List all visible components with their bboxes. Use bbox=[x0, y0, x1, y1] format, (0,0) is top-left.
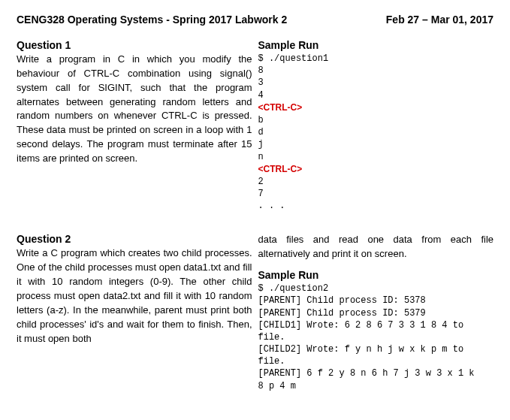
sample-run-2-title: Sample Run bbox=[258, 269, 494, 281]
q1-line: . . . bbox=[258, 201, 285, 211]
question-2-text-right: data files and read one data from each f… bbox=[258, 233, 494, 261]
sample-run-1-title: Sample Run bbox=[258, 39, 494, 51]
question-1-right: Sample Run $ ./question1 8 3 4 <CTRL-C> … bbox=[258, 39, 494, 212]
q1-line: 2 bbox=[258, 177, 264, 187]
question-1-text: Write a program in C in which you modify… bbox=[17, 53, 252, 166]
q1-cmd: $ ./question1 bbox=[258, 53, 329, 64]
q2-line: [CHILD1] Wrote: 6 2 8 6 7 3 3 1 8 4 to bbox=[258, 320, 464, 331]
ctrl-c-marker: <CTRL-C> bbox=[258, 102, 303, 113]
question-1-block: Question 1 Write a program in C in which… bbox=[17, 39, 493, 212]
q1-line: 7 bbox=[258, 189, 264, 199]
q1-line: j bbox=[258, 139, 264, 150]
question-2-text-left: Write a C program which creates two chil… bbox=[17, 246, 252, 346]
q1-line: 8 bbox=[258, 65, 264, 76]
q1-line: b bbox=[258, 115, 264, 125]
sample-run-2-output: $ ./question2 [PARENT] Child process ID:… bbox=[258, 283, 494, 392]
q2-line: file. bbox=[258, 356, 285, 367]
q1-line: 3 bbox=[258, 77, 264, 88]
question-2-title: Question 2 bbox=[17, 233, 252, 245]
q2-line: [CHILD2] Wrote: f y n h j w x k p m to bbox=[258, 344, 464, 355]
q2-cmd: $ ./question2 bbox=[258, 283, 329, 294]
question-2-text-row: Question 2 Write a C program which creat… bbox=[17, 233, 493, 391]
ctrl-c-marker: <CTRL-C> bbox=[258, 164, 303, 174]
sample-run-1-output: $ ./question1 8 3 4 <CTRL-C> b d j n <CT… bbox=[258, 53, 494, 212]
q1-line: d bbox=[258, 127, 264, 137]
question-1-title: Question 1 bbox=[17, 39, 252, 51]
course-title: CENG328 Operating Systems - Spring 2017 … bbox=[17, 14, 287, 26]
question-2-left: Question 2 Write a C program which creat… bbox=[17, 233, 252, 391]
q1-line: 4 bbox=[258, 90, 264, 101]
q2-line: [PARENT] Child process ID: 5378 bbox=[258, 295, 426, 306]
q2-line: file. bbox=[258, 332, 285, 343]
question-2-block: Question 2 Write a C program which creat… bbox=[17, 233, 493, 391]
q2-line: [PARENT] Child process ID: 5379 bbox=[258, 308, 426, 319]
q1-line: n bbox=[258, 152, 264, 162]
question-2-right: data files and read one data from each f… bbox=[258, 233, 494, 391]
q2-line: [PARENT] 6 f 2 y 8 n 6 h 7 j 3 w 3 x 1 k bbox=[258, 368, 475, 379]
document-header: CENG328 Operating Systems - Spring 2017 … bbox=[17, 14, 493, 26]
date-range: Feb 27 – Mar 01, 2017 bbox=[386, 14, 493, 26]
question-1-left: Question 1 Write a program in C in which… bbox=[17, 39, 252, 212]
q2-line: 8 p 4 m bbox=[258, 381, 296, 391]
